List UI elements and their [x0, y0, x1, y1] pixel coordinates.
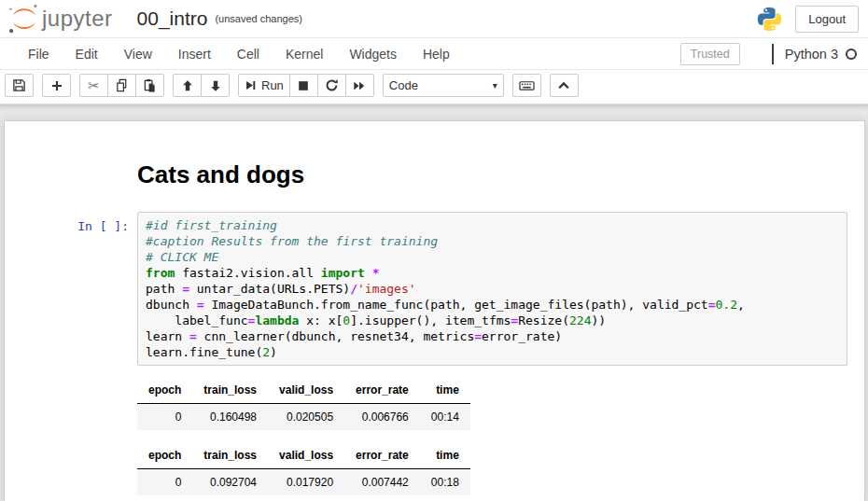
toolbar: ✂ — [0, 70, 868, 104]
table-column-header: train_loss — [192, 444, 268, 469]
markdown-cell: Cats and dogs — [5, 160, 864, 189]
table-column-header: error_rate — [344, 379, 420, 404]
table-column-header: valid_loss — [268, 444, 344, 469]
table-cell: 0.005413 — [344, 495, 420, 501]
kernel-idle-icon — [846, 49, 857, 60]
notebook-title[interactable]: 00_intro — [137, 7, 208, 30]
table-cell: 0.092704 — [192, 469, 268, 496]
interrupt-kernel-button[interactable] — [289, 74, 318, 97]
arrow-up-icon — [181, 79, 194, 92]
table-cell: 00:18 — [420, 469, 470, 496]
move-cell-up-button[interactable] — [173, 74, 202, 97]
chevron-up-icon — [557, 79, 570, 92]
cell-type-select[interactable]: Code ▾ — [383, 74, 504, 97]
restart-kernel-button[interactable] — [317, 74, 346, 97]
table-column-header: error_rate — [344, 444, 420, 469]
arrow-down-icon — [209, 79, 222, 92]
code-line: # CLICK ME — [146, 249, 839, 265]
notebook-container: Cats and dogs In [ ]: #id first_training… — [4, 120, 865, 501]
fast-forward-icon — [353, 79, 366, 92]
command-palette-button[interactable] — [512, 74, 541, 97]
table-cell: 0.012449 — [268, 495, 344, 501]
cell-type-selected: Code — [389, 78, 418, 92]
table-cell: 0.020505 — [268, 404, 344, 431]
table-cell: 1 — [137, 495, 192, 501]
menu-view[interactable]: View — [111, 40, 165, 68]
save-button[interactable] — [5, 74, 34, 97]
trusted-button[interactable]: Trusted — [680, 43, 740, 65]
insert-cell-below-button[interactable] — [42, 74, 71, 97]
menu-edit[interactable]: Edit — [63, 40, 111, 68]
menu-kernel[interactable]: Kernel — [273, 40, 336, 68]
code-line: learn.fine_tune(2) — [146, 344, 839, 360]
menu-cell[interactable]: Cell — [224, 40, 273, 68]
code-line: #caption Results from the first training — [146, 233, 839, 249]
fine-tune-results-table: epochtrain_lossvalid_losserror_ratetime0… — [137, 444, 470, 501]
kernel-separator — [772, 44, 774, 64]
step-forward-icon — [245, 79, 257, 91]
menu-insert[interactable]: Insert — [165, 40, 224, 68]
training-results-table: epochtrain_lossvalid_losserror_ratetime0… — [137, 379, 470, 430]
table-column-header: epoch — [137, 444, 192, 469]
notebook-site: Cats and dogs In [ ]: #id first_training… — [0, 104, 868, 501]
copy-icon — [115, 78, 129, 92]
table-cell: 00:18 — [420, 495, 470, 501]
code-cell: In [ ]: #id first_training#caption Resul… — [5, 212, 864, 366]
table-column-header: time — [420, 379, 470, 404]
code-line: path = untar_data(URLs.PETS)/'images' — [146, 281, 839, 297]
checkpoint-status: (unsaved changes) — [215, 13, 302, 24]
copy-cells-button[interactable] — [107, 74, 136, 97]
kernel-name: Python 3 — [785, 47, 838, 62]
table-cell: 0.017920 — [268, 469, 344, 496]
cut-icon: ✂ — [88, 78, 100, 92]
move-cell-down-button[interactable] — [201, 74, 230, 97]
code-line: label_func=lambda x: x[0].isupper(), ite… — [146, 313, 839, 328]
save-icon — [12, 78, 26, 92]
plus-icon — [50, 79, 63, 92]
table-column-header: epoch — [137, 379, 192, 404]
menu-help[interactable]: Help — [410, 40, 463, 68]
table-cell: 0 — [137, 404, 192, 431]
collapse-toolbar-button[interactable] — [550, 74, 579, 97]
markdown-heading: Cats and dogs — [137, 160, 864, 189]
menu-widgets[interactable]: Widgets — [336, 40, 410, 68]
jupyter-logo-icon — [7, 2, 41, 35]
table-column-header: train_loss — [192, 379, 268, 404]
table-row: 00.1604980.0205050.00676600:14 — [137, 404, 470, 431]
code-line: learn = cnn_learner(dbunch, resnet34, me… — [146, 328, 839, 344]
run-button-label: Run — [261, 78, 284, 92]
code-line: from fastai2.vision.all import * — [146, 265, 839, 281]
python-logo-icon — [756, 6, 783, 33]
input-prompt: In [ ]: — [5, 212, 137, 366]
dropdown-caret-icon: ▾ — [493, 80, 497, 90]
table-cell: 0.006766 — [344, 404, 420, 431]
table-column-header: time — [420, 444, 470, 469]
paste-icon — [143, 78, 157, 92]
stop-icon — [297, 79, 310, 92]
table-column-header: valid_loss — [268, 379, 344, 404]
menu-bar: File Edit View Insert Cell Kernel Widget… — [0, 37, 868, 70]
table-cell: 0.160498 — [192, 404, 268, 431]
menu-file[interactable]: File — [15, 40, 63, 68]
table-cell: 0.027785 — [192, 495, 268, 501]
paste-cells-button[interactable] — [135, 74, 164, 97]
table-cell: 0 — [137, 469, 192, 496]
restart-icon — [325, 78, 339, 92]
code-line: dbunch = ImageDataBunch.from_name_func(p… — [146, 297, 839, 313]
code-area[interactable]: #id first_training#caption Results from … — [137, 212, 847, 366]
output-area: epochtrain_lossvalid_losserror_ratetime0… — [137, 379, 864, 501]
keyboard-icon — [519, 78, 535, 92]
app-header: jupyter 00_intro (unsaved changes) Logou… — [0, 0, 868, 37]
run-button[interactable]: Run — [238, 74, 290, 97]
logout-button[interactable]: Logout — [795, 6, 859, 33]
table-cell: 00:14 — [420, 404, 470, 431]
restart-run-all-button[interactable] — [345, 74, 374, 97]
table-row: 00.0927040.0179200.00744200:18 — [137, 469, 470, 496]
table-row: 10.0277850.0124490.00541300:18 — [137, 495, 470, 501]
table-cell: 0.007442 — [344, 469, 420, 496]
code-line: #id first_training — [146, 217, 839, 233]
jupyter-logo[interactable]: jupyter — [7, 2, 113, 35]
cut-cells-button[interactable]: ✂ — [79, 74, 108, 97]
jupyter-wordmark: jupyter — [42, 6, 113, 32]
